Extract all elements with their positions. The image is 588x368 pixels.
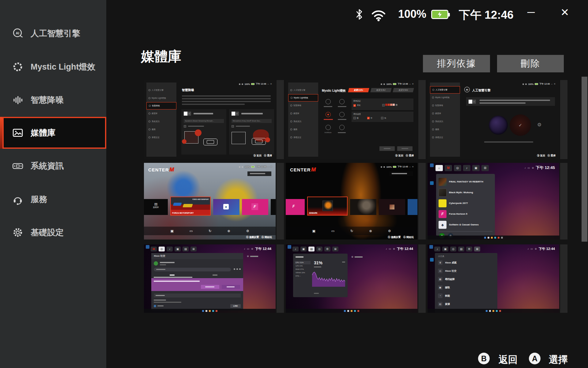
perf-stat-row: GPU 0%: [295, 264, 311, 268]
infomode-label: InfoMode: [322, 132, 334, 133]
minimize-button[interactable]: ─: [527, 6, 535, 18]
speed-medium: 中: [371, 117, 372, 119]
speaker-noise-panel: ✕ Speakers (Steam Streaming Microph...: [181, 109, 226, 155]
media-thumbnail-noise-cancellation[interactable]: 人工智慧引擎Mystic Light燈效智慧降噪媒體庫系統資訊服務基礎設定 10…: [144, 80, 276, 159]
light-effect-icon: [326, 99, 331, 104]
gamepad-hints: Ⓧ 遊戲設置 Ⓐ 開始玩: [246, 236, 272, 239]
center-m-logo: CENTERM: [290, 167, 316, 173]
media-thumbnail-center-m-forza[interactable]: CENTERM 100% 下午 12:45 ─✕ ▤ 遊戲庫 FORZA MOT…: [144, 163, 276, 240]
ai-toggle-panel: ✕: [466, 97, 555, 106]
banner-button: [222, 285, 240, 289]
mini-sidebar-item: Mystic Light燈效: [430, 94, 460, 102]
media-thumbnail-gamebar-performance[interactable]: ♪ ▣ ▤ ◎ ⚙ ⊞ ♪▭⊜ 下午 12:44 CPU 31%GPU 0%RA…: [286, 244, 417, 313]
steam-dot-icon: [154, 305, 156, 307]
mini-sidebar-item: 基礎設定: [288, 133, 318, 141]
banner-button: [201, 285, 219, 289]
mini-sidebar-item: 系統資訊: [288, 117, 318, 125]
sidebar-item-settings[interactable]: 基礎設定: [12, 223, 64, 242]
gamepad-hints: Ⓧ 遊戲設置 Ⓐ 開始玩: [388, 236, 414, 239]
mini-sidebar-item: 媒體庫: [288, 109, 318, 117]
sidebar-item-mystic-light[interactable]: Mystic Light燈效: [12, 58, 96, 76]
mini-statusbar: 100% 下午 12:46 ─ ✕: [239, 82, 272, 86]
capture-icon: ▣: [472, 165, 480, 171]
media-thumbnail-gamebar-games[interactable]: ⌂ M ◎ ♪ ▣ ⊞ ♪ ▭ ⊜ 下午 12:45 FINAL FANTASY…: [428, 163, 559, 240]
gamebar-toolbar: M ◎ ♪ ▣ ▤ ⊞: [151, 247, 197, 251]
next-item-edge: [418, 163, 426, 240]
close-platform-chip: [247, 171, 271, 176]
sidebar-item-label: 服務: [31, 194, 47, 205]
widget-menu-item: ◎Xbox 社交: [438, 267, 494, 275]
gear-icon: ⚙: [537, 122, 541, 128]
gamebar-toolbar: ♪ ▣ ◎ ▤ ⚙ ⊞: [434, 247, 480, 251]
media-thumbnail-gamebar-widgets[interactable]: ♪ ▣ ◎ ▤ ⚙ ⊞ ♪▭⊜ 下午 12:44 小工具 ♛Xbox 成就◎Xb…: [428, 244, 559, 313]
cpu-usage-graph: [312, 270, 345, 287]
media-thumbnail-ai-engine[interactable]: 人工智慧引擎Mystic Light燈效智慧降噪媒體庫系統資訊服務基礎設定 10…: [428, 80, 559, 159]
widget-icon: ◔: [438, 293, 443, 298]
sidebar-item-label: 智慧降噪: [31, 94, 64, 105]
game-list-item: FForza Horizon 5: [439, 209, 492, 219]
next-item-edge: [418, 80, 426, 159]
cancel-button: [397, 146, 413, 151]
gear-icon: ⚙: [395, 104, 398, 106]
game-cover-icon: [439, 199, 447, 207]
game-icon: [390, 205, 394, 209]
clock: 下午 12:46: [256, 82, 266, 86]
sidebar-item-system-info[interactable]: 系統資訊: [12, 157, 64, 175]
sort-by-button[interactable]: 排列依據: [423, 55, 490, 72]
a-button-icon: A: [529, 353, 541, 364]
apply-button: [379, 146, 395, 151]
forza-horizon-tile: F: [286, 199, 305, 215]
performance-icon: ▤: [183, 247, 189, 251]
checkbox: [184, 125, 186, 128]
panel-title: 顏色設定: [353, 100, 412, 102]
sidebar-item-label: 媒體庫: [31, 127, 55, 138]
widget-menu-item: ♛Xbox 成就: [438, 259, 494, 267]
toggle-off: ✕: [184, 112, 191, 116]
sidebar-item-media-library[interactable]: 媒體庫: [12, 124, 55, 142]
sidebar-item-label: 基礎設定: [31, 227, 64, 238]
forza-logo-text: FORZA MOTORSPORT: [192, 199, 209, 200]
mini-sidebar-item: 系統資訊: [430, 117, 460, 125]
next-item-edge: [277, 163, 284, 240]
light-effect-icon-selected: [326, 112, 331, 117]
sidebar-item-ai-engine[interactable]: AI 人工智慧引擎: [12, 24, 80, 43]
mini-statusbar: 100% 下午 12:45 ─✕: [381, 165, 414, 168]
link-button: LINK: [230, 304, 241, 308]
widget-icon: ▤: [438, 302, 443, 306]
mini-statusbar: 100% 下午 12:46 ─✕: [381, 82, 414, 86]
widgets-icon: ⊞: [481, 165, 489, 171]
light-speed-panel: 燈光速度 慢 ✓中 快: [352, 112, 413, 122]
light-effect-icon: [339, 99, 345, 104]
performance-icon: ▤: [308, 247, 315, 251]
performance-icon: ▤: [458, 247, 464, 251]
library-icon: ▤: [144, 202, 168, 206]
handheld-device-graphic: [203, 139, 217, 145]
media-thumbnail-mystic-light[interactable]: 人工智慧引擎Mystic Light燈效智慧降噪媒體庫系統資訊服務基礎設定 10…: [286, 80, 417, 159]
media-thumbnail-center-m-3dmark[interactable]: CENTERM 100% 下午 12:45 ─✕ F 3DMARK ▣▭↻⊕⚙ …: [286, 163, 417, 240]
profile-tab-3: 配置文件3: [393, 88, 414, 92]
3dmark-icon: [322, 201, 333, 211]
mini-sidebar-item: Mystic Light燈效: [146, 94, 176, 102]
sidebar-item-services[interactable]: 服務: [12, 190, 47, 209]
widgets-menu-panel: 小工具 ♛Xbox 成就◎Xbox 社交▦尋找組隊▣擷取◔效能▤資源: [435, 253, 497, 313]
desktop-icon: [146, 245, 149, 249]
delete-button[interactable]: 刪除: [497, 55, 564, 72]
3dmark-tile-selected: 3DMARK: [307, 197, 348, 216]
search-input: [154, 268, 231, 271]
scrollbar-thumb[interactable]: [582, 77, 587, 242]
mini-sidebar-item: 智慧降噪: [288, 102, 318, 109]
mini-page-title: Mystic Light燈效: [322, 89, 346, 93]
msi-center-icon: M: [445, 165, 452, 171]
desktop-icon: [288, 245, 291, 249]
audio-icon: ♪: [434, 247, 440, 251]
perf-stat-row: RAM 37%: [295, 268, 311, 271]
next-item-edge: [560, 80, 567, 159]
media-thumbnail-gamebar-social[interactable]: M ◎ ♪ ▣ ▤ ⊞ ♪▭⊜ 下午 12:44 Xbox 社交: [144, 244, 276, 313]
widget-icon: ▣: [438, 285, 443, 290]
black-myth-wukong-tile: [350, 199, 376, 215]
forza-horizon-icon: F: [251, 203, 258, 210]
back-hint-label: 返回: [499, 353, 518, 366]
bottom-icon-bar: ▣ ▭ ↻ ⊕ ⚙: [144, 227, 276, 235]
close-button[interactable]: ✕: [560, 6, 569, 18]
sidebar-item-noise-cancellation[interactable]: 智慧降噪: [12, 91, 64, 109]
